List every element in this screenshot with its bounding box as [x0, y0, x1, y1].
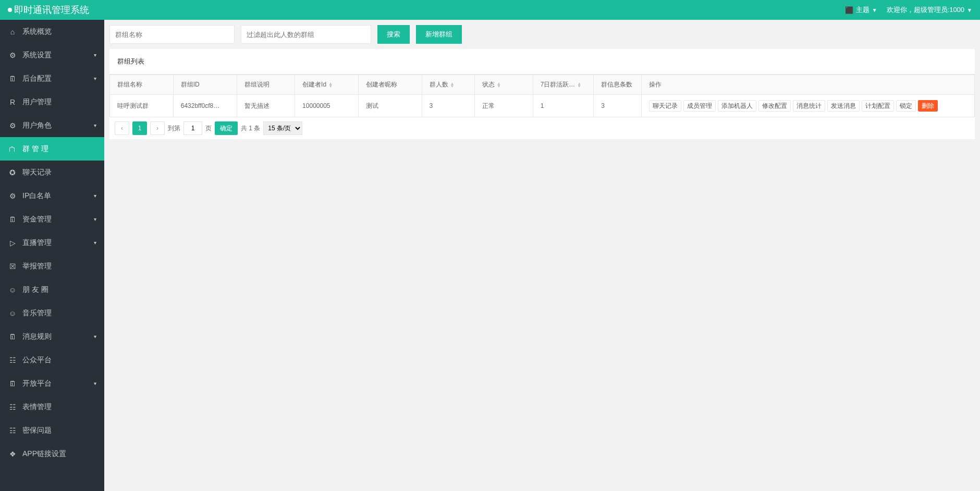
add-robot-button[interactable]: 添加机器人 — [718, 100, 756, 112]
nav-label: 举报管理 — [22, 262, 52, 271]
goto-page-input[interactable] — [183, 121, 202, 135]
sidebar-item-1[interactable]: ⚙系统设置▾ — [0, 43, 104, 67]
search-button[interactable]: 搜索 — [377, 25, 410, 44]
cell-count: 3 — [422, 95, 474, 117]
nav-icon: ☷ — [8, 426, 17, 435]
nav-icon: ☒ — [8, 262, 17, 271]
nav-label: 用户管理 — [22, 97, 52, 107]
col-member-count[interactable]: 群人数▲▼ — [422, 75, 474, 95]
col-creator-id[interactable]: 创建者Id▲▼ — [295, 75, 359, 95]
chat-log-button[interactable]: 聊天记录 — [649, 100, 681, 112]
cell-creator_name: 测试 — [358, 95, 422, 117]
sidebar-item-9[interactable]: ▷直播管理▾ — [0, 231, 104, 254]
table-scroll[interactable]: 群组名称 群组ID 群组说明 创建者Id▲▼ 创建者昵称 群人数▲▼ 状态▲▼ … — [109, 74, 975, 117]
filter-count-input[interactable] — [241, 25, 371, 44]
search-bar: 搜索 新增群组 — [109, 25, 975, 44]
chevron-down-icon: ▾ — [94, 334, 96, 339]
sidebar-item-16[interactable]: ☷表情管理 — [0, 395, 104, 419]
nav-icon: ⚙ — [8, 121, 17, 130]
nav-icon: 🗓 — [8, 333, 17, 341]
nav-label: 开放平台 — [22, 379, 52, 388]
col-group-name[interactable]: 群组名称 — [110, 75, 174, 95]
chevron-down-icon: ▼ — [872, 7, 877, 13]
panel-title: 群组列表 — [109, 49, 975, 74]
cell-creator_id: 10000005 — [295, 95, 359, 117]
sidebar-item-12[interactable]: ☺音乐管理 — [0, 301, 104, 325]
cell-id: 6432bff0cf8… — [173, 95, 237, 117]
nav-icon: ⛫ — [8, 145, 17, 153]
nav-label: 系统设置 — [22, 51, 52, 60]
nav-icon: ☷ — [8, 403, 17, 411]
modify-config-button[interactable]: 修改配置 — [758, 100, 791, 112]
sort-icon: ▲▼ — [497, 82, 501, 88]
sidebar-item-18[interactable]: ❖APP链接设置 — [0, 442, 104, 465]
nav-label: IP白名单 — [22, 191, 51, 201]
cell-actions: 聊天记录成员管理添加机器人修改配置消息统计发送消息计划配置锁定删除 — [641, 95, 974, 117]
goto-label: 到第 — [168, 124, 180, 133]
table-row: 哇呼测试群6432bff0cf8…暂无描述10000005测试3正常13聊天记录… — [110, 95, 975, 117]
col-creator-name[interactable]: 创建者昵称 — [358, 75, 422, 95]
per-page-select[interactable]: 15 条/页 — [263, 121, 302, 135]
col-group-id[interactable]: 群组ID — [173, 75, 237, 95]
add-group-button[interactable]: 新增群组 — [416, 25, 462, 44]
sidebar-item-13[interactable]: 🗓消息规则▾ — [0, 325, 104, 348]
prev-page-button[interactable]: ‹ — [115, 121, 129, 135]
sidebar-item-7[interactable]: ⚙IP白名单▾ — [0, 184, 104, 207]
plan-config-button[interactable]: 计划配置 — [862, 100, 894, 112]
chevron-down-icon: ▾ — [94, 122, 96, 128]
main-content: 搜索 新增群组 群组列表 群组名称 群组ID 群组说明 创建者Id▲▼ 创建者昵… — [104, 20, 980, 491]
col-activity[interactable]: 7日群活跃…▲▼ — [533, 75, 594, 95]
sidebar-item-5[interactable]: ⛫群 管 理 — [0, 137, 104, 161]
nav-icon: 🗓 — [8, 379, 17, 388]
col-status[interactable]: 状态▲▼ — [475, 75, 533, 95]
nav-label: 用户角色 — [22, 121, 52, 130]
theme-selector[interactable]: ⬛ 主题 ▼ — [845, 5, 877, 15]
page-1-button[interactable]: 1 — [132, 121, 147, 135]
col-msg-count[interactable]: 群信息条数 — [594, 75, 641, 95]
msg-stats-button[interactable]: 消息统计 — [793, 100, 825, 112]
sidebar: ⌂系统概览⚙系统设置▾🗓后台配置▾R用户管理⚙用户角色▾⛫群 管 理✪聊天记录⚙… — [0, 20, 104, 491]
send-msg-button[interactable]: 发送消息 — [827, 100, 860, 112]
chevron-down-icon: ▾ — [94, 380, 96, 386]
nav-label: 音乐管理 — [22, 309, 52, 318]
chevron-down-icon: ▾ — [94, 193, 96, 199]
nav-icon: ⚙ — [8, 51, 17, 59]
nav-label: 表情管理 — [22, 402, 52, 412]
member-mgmt-button[interactable]: 成员管理 — [683, 100, 716, 112]
next-page-button[interactable]: › — [150, 121, 165, 135]
cell-activity: 1 — [533, 95, 594, 117]
sidebar-item-17[interactable]: ☷密保问题 — [0, 419, 104, 442]
app-title: 即时通讯管理系统 — [14, 4, 89, 16]
user-menu[interactable]: 欢迎你，超级管理员:1000 ▼ — [887, 5, 972, 15]
nav-icon: ☺ — [8, 309, 17, 317]
group-list-panel: 群组列表 群组名称 群组ID 群组说明 创建者Id▲▼ 创建者昵称 群人数▲▼ … — [109, 49, 975, 139]
nav-icon: 🗓 — [8, 75, 17, 83]
sort-icon: ▲▼ — [328, 82, 333, 88]
nav-label: 直播管理 — [22, 238, 52, 248]
goto-confirm-button[interactable]: 确定 — [215, 121, 238, 135]
sidebar-item-6[interactable]: ✪聊天记录 — [0, 161, 104, 184]
group-table: 群组名称 群组ID 群组说明 创建者Id▲▼ 创建者昵称 群人数▲▼ 状态▲▼ … — [109, 75, 975, 117]
sidebar-item-10[interactable]: ☒举报管理 — [0, 254, 104, 278]
nav-icon: ☷ — [8, 356, 17, 364]
col-group-desc[interactable]: 群组说明 — [237, 75, 295, 95]
total-label: 共 1 条 — [241, 124, 260, 133]
pagination: ‹ 1 › 到第 页 确定 共 1 条 15 条/页 — [109, 117, 975, 139]
sidebar-item-3[interactable]: R用户管理 — [0, 90, 104, 114]
sidebar-item-14[interactable]: ☷公众平台 — [0, 348, 104, 372]
delete-button[interactable]: 删除 — [918, 100, 938, 112]
sidebar-item-0[interactable]: ⌂系统概览 — [0, 20, 104, 43]
sidebar-item-4[interactable]: ⚙用户角色▾ — [0, 114, 104, 137]
nav-label: 密保问题 — [22, 426, 52, 435]
sidebar-item-11[interactable]: ☺朋 友 圈 — [0, 278, 104, 301]
nav-label: 消息规则 — [22, 332, 52, 341]
sidebar-item-15[interactable]: 🗓开放平台▾ — [0, 372, 104, 395]
group-name-input[interactable] — [109, 25, 235, 44]
sidebar-item-2[interactable]: 🗓后台配置▾ — [0, 67, 104, 90]
sidebar-item-8[interactable]: 🗓资金管理▾ — [0, 207, 104, 231]
cell-msg_count: 3 — [594, 95, 641, 117]
nav-icon: ❖ — [8, 450, 17, 458]
chevron-down-icon: ▼ — [967, 7, 972, 13]
cell-status: 正常 — [475, 95, 533, 117]
lock-button[interactable]: 锁定 — [896, 100, 916, 112]
